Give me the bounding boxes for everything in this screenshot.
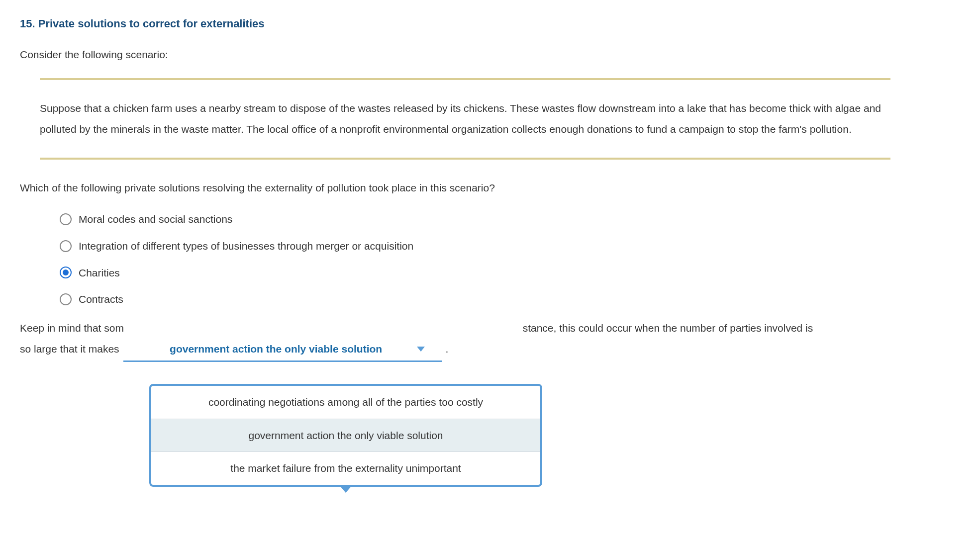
option-label: Moral codes and social sanctions — [79, 211, 232, 228]
text-fragment: Keep in mind that som — [20, 322, 124, 334]
option-1[interactable]: Moral codes and social sanctions — [60, 211, 960, 228]
fill-in-dropdown-selected[interactable]: government action the only viable soluti… — [123, 339, 442, 362]
dropdown-option-2[interactable]: government action the only viable soluti… — [151, 419, 540, 452]
caret-down-icon — [417, 347, 425, 352]
option-2[interactable]: Integration of different types of busine… — [60, 238, 960, 255]
option-label: Contracts — [79, 291, 123, 308]
mc-question-text: Which of the following private solutions… — [20, 179, 960, 196]
scenario-text: Suppose that a chicken farm uses a nearb… — [40, 98, 885, 140]
question-title: 15. Private solutions to correct for ext… — [20, 15, 960, 32]
dropdown-list: coordinating negotiations among all of t… — [149, 384, 542, 487]
scenario-intro: Consider the following scenario: — [20, 46, 960, 63]
question-page: 15. Private solutions to correct for ext… — [0, 0, 980, 538]
option-3[interactable]: Charities — [60, 265, 960, 281]
mc-options: Moral codes and social sanctions Integra… — [60, 211, 960, 307]
dropdown-pointer-down-icon — [340, 486, 352, 493]
scenario-box: Suppose that a chicken farm uses a nearb… — [40, 78, 890, 160]
dropdown-selected-text: government action the only viable soluti… — [170, 339, 382, 359]
explanation-paragraph: Keep in mind that som stance, this could… — [20, 318, 960, 362]
radio-icon — [60, 213, 72, 225]
text-fragment: stance, this could occur when the number… — [523, 322, 813, 334]
radio-icon-selected — [60, 267, 72, 278]
radio-icon — [60, 240, 72, 252]
dropdown-popup: coordinating negotiations among all of t… — [149, 384, 542, 494]
option-4[interactable]: Contracts — [60, 291, 960, 308]
dropdown-option-3[interactable]: the market failure from the externality … — [151, 452, 540, 485]
option-label: Charities — [79, 265, 120, 281]
dropdown-option-1[interactable]: coordinating negotiations among all of t… — [151, 386, 540, 419]
text-fragment: so large that it makes — [20, 339, 119, 359]
option-label: Integration of different types of busine… — [79, 238, 413, 255]
period: . — [446, 339, 449, 359]
radio-icon — [60, 293, 72, 305]
